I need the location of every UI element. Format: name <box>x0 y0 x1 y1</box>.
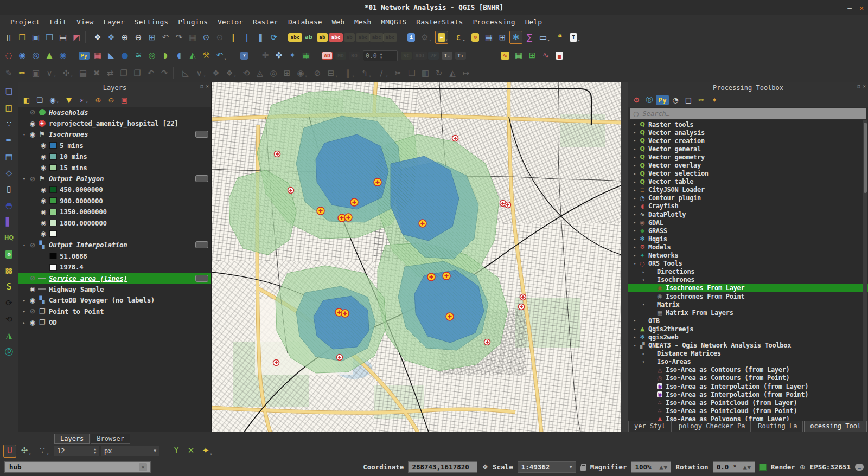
layer-edit-widget-badge[interactable] <box>195 175 208 182</box>
algorithm-item[interactable]: ◉Iso-Area as Interpolation (from Layer) <box>628 382 868 390</box>
gps-tool-icon[interactable]: ✤ <box>272 49 285 62</box>
add-xyz-layer-icon[interactable]: ∵ <box>2 117 16 131</box>
open-layer-styling-icon[interactable]: ◧ <box>21 94 33 106</box>
expander-icon[interactable]: ▾ <box>21 176 28 182</box>
layer-edit-widget-badge[interactable] <box>195 241 208 248</box>
expander-icon[interactable]: ▸ <box>21 320 28 325</box>
algorithm-item[interactable]: ▦Matrix From Layers <box>628 308 868 317</box>
topological-editing-icon[interactable]: Υ <box>170 445 183 458</box>
clear-search-icon[interactable]: ✕ <box>139 463 147 471</box>
expander-icon[interactable]: ▸ <box>21 308 28 314</box>
expander-icon[interactable]: ▸ <box>631 236 638 241</box>
snapping-tolerance-spinner[interactable]: 12▲▼ <box>54 446 99 456</box>
expander-icon[interactable]: ▾ <box>640 278 647 282</box>
layer-item[interactable]: ◉✚reprojected_amenity_hospital [22] <box>18 118 211 128</box>
menu-processing[interactable]: Processing <box>468 17 520 27</box>
algorithm-item[interactable]: ▸◖Crayfish <box>628 202 868 210</box>
avoid-overlap-icon[interactable]: ✦▾ <box>199 445 212 458</box>
expander-icon[interactable]: ▸ <box>631 163 638 168</box>
expander-icon[interactable]: ▸ <box>631 228 638 233</box>
algorithm-item[interactable]: ∴Iso-Area as Pointcloud (from Layer) <box>628 398 868 407</box>
osm-editor-icon[interactable]: ▩ <box>2 263 16 278</box>
menu-plugins[interactable]: Plugins <box>173 17 213 27</box>
zoom-in-icon[interactable]: ⊕ <box>118 31 131 44</box>
layer-item[interactable]: ◉Highway Sample <box>18 284 211 294</box>
algorithm-item[interactable]: ▾◌ORS Tools <box>628 260 868 268</box>
layer-themes-icon[interactable]: ◉▾ <box>47 94 59 106</box>
expander-icon[interactable]: ▸ <box>640 351 647 356</box>
expander-icon[interactable]: ▸ <box>631 245 638 249</box>
visibility-toggle-icon[interactable]: ◉ <box>28 131 37 138</box>
contour-plugin-icon[interactable]: ◖ <box>173 49 186 62</box>
layer-item[interactable]: ▾◉⚑Isochrones <box>18 129 211 140</box>
layer-item[interactable]: 51.0688 <box>18 250 211 261</box>
messages-icon[interactable]: … <box>855 464 864 471</box>
expander-icon[interactable]: ▸ <box>631 155 638 159</box>
algorithm-item[interactable]: ▸QVector overlay <box>628 161 868 169</box>
point-sampling-icon[interactable]: ⚒ <box>200 49 213 62</box>
expander-icon[interactable]: ▸ <box>631 253 638 258</box>
menu-rasterstats[interactable]: RasterStats <box>411 17 468 27</box>
extents-icon[interactable]: ❖ <box>482 463 488 471</box>
snapping-magnet-icon[interactable]: U <box>3 445 16 458</box>
locator-search-input[interactable] <box>8 462 117 472</box>
tab-routing-la[interactable]: Routing La <box>752 421 803 432</box>
processing-search-input[interactable] <box>641 110 863 118</box>
plugin-globe-icon[interactable]: ◓ <box>2 198 16 213</box>
scripts-icon[interactable]: S <box>2 280 16 294</box>
toggle-editing-icon[interactable]: ✏ <box>16 67 29 80</box>
menu-mmqgis[interactable]: MMQGIS <box>376 17 411 27</box>
kart-plugin-icon[interactable]: ⓟ <box>2 345 16 359</box>
visibility-toggle-icon[interactable]: ⊘ <box>28 307 37 315</box>
expander-icon[interactable]: ▸ <box>631 146 638 151</box>
sld4raster-icon[interactable]: ▦ <box>512 49 525 62</box>
add-table-icon[interactable]: ⊞ <box>526 49 539 62</box>
metasearch-icon[interactable]: ◉ <box>16 49 29 62</box>
remove-layer-icon[interactable]: ▣ <box>118 94 130 106</box>
expander-icon[interactable]: ▾ <box>21 132 28 137</box>
expander-icon[interactable]: ▾ <box>640 359 647 364</box>
expander-icon[interactable]: ▸ <box>631 130 638 135</box>
add-postgis-layer-icon[interactable]: ▤ <box>2 150 16 164</box>
algorithm-item[interactable]: ▾Isochrones <box>628 276 868 284</box>
map-canvas[interactable] <box>212 82 628 432</box>
add-wms-layer-icon[interactable]: ◫ <box>2 101 16 115</box>
algorithm-item[interactable]: ◬Iso-Area as Contours (from Layer) <box>628 366 868 374</box>
visibility-toggle-icon[interactable]: ◉ <box>39 141 48 149</box>
visibility-toggle-icon[interactable]: ◉ <box>39 164 48 171</box>
expander-icon[interactable]: ▸ <box>631 212 638 217</box>
expander-icon[interactable]: ▸ <box>631 318 638 323</box>
layer-item[interactable]: 1978.4 <box>18 261 211 272</box>
highlight-labels-icon[interactable]: abc <box>329 31 342 44</box>
expander-icon[interactable]: ▾ <box>21 242 28 248</box>
visibility-toggle-icon[interactable]: ◉ <box>28 319 37 326</box>
tab-browser[interactable]: Browser <box>91 434 130 444</box>
help-icon[interactable]: ? <box>238 49 251 62</box>
visibility-toggle-icon[interactable]: ◉ <box>28 285 37 293</box>
visibility-toggle-icon[interactable]: ◉ <box>39 208 48 216</box>
algorithm-item[interactable]: ▸◉GDAL <box>628 218 868 227</box>
terrain-profile-icon[interactable]: ◭ <box>186 49 199 62</box>
zoom-to-selection-icon[interactable]: ⊙ <box>200 31 213 44</box>
search-layers-icon[interactable]: ◎ <box>2 247 16 261</box>
algorithm-item[interactable]: ◉Iso-Area as Interpolation (from Point) <box>628 390 868 398</box>
python-scripts-icon[interactable]: Py <box>656 94 668 106</box>
algorithm-item[interactable]: ▸✦Networks <box>628 252 868 260</box>
toolbox-scrollbar[interactable] <box>863 120 867 421</box>
gdrive-layers-icon[interactable]: ◮ <box>2 329 16 343</box>
lock-scale-icon[interactable] <box>580 466 586 471</box>
rotation-spinner[interactable]: 0.0▲▼ <box>363 50 398 61</box>
expander-icon[interactable]: ▸ <box>631 220 638 225</box>
field-calculator-icon[interactable]: ⊞ <box>496 31 509 44</box>
topology-network-icon[interactable]: ✦ <box>286 49 299 62</box>
close-button[interactable]: ✕ <box>859 4 864 12</box>
algorithm-item[interactable]: ▸✻qgis2web <box>628 333 868 341</box>
options-icon[interactable]: ✦ <box>709 94 720 106</box>
menu-mesh[interactable]: Mesh <box>349 17 376 27</box>
layer-edit-widget-badge[interactable] <box>195 131 208 138</box>
dataplotly-icon[interactable]: ▦ <box>91 49 104 62</box>
layer-item[interactable]: ◉900.0000000 <box>18 195 211 206</box>
text-annotation-icon[interactable]: T▾ <box>567 31 580 44</box>
self-snapping-icon[interactable]: ∵▾ <box>36 445 49 458</box>
crs-value[interactable]: EPSG:32651 <box>810 463 851 471</box>
